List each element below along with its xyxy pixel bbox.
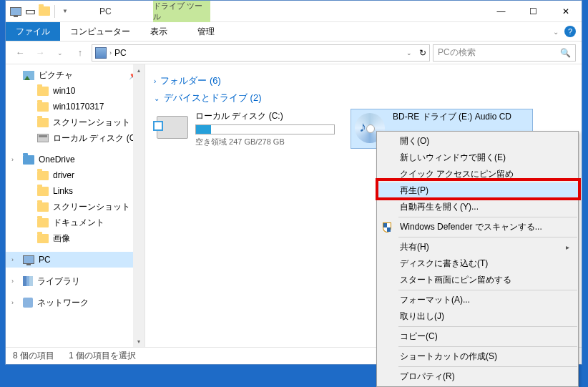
folder-icon [37,234,49,243]
address-text: PC [114,48,127,58]
submenu-arrow-icon: ▸ [566,243,569,251]
tab-manage[interactable]: 管理 [177,22,235,41]
ctx-pin-quick-access[interactable]: クイック アクセスにピン留め [377,166,578,182]
folder-icon [37,118,49,127]
folders-group-header[interactable]: ›フォルダー (6) [154,74,573,87]
nav-screenshot1[interactable]: スクリーンショット [6,114,144,130]
ctx-open-new-window[interactable]: 新しいウィンドウで開く(E) [377,150,578,166]
search-icon: 🔍 [560,48,571,58]
folder-icon [37,102,49,112]
nav-localdisk[interactable]: ローカル ディスク (C:) [6,130,144,146]
search-input[interactable]: PCの検索 🔍 [433,44,576,62]
chevron-down-icon: ⌄ [154,94,160,102]
tab-file[interactable]: ファイル [6,22,60,41]
up-button[interactable]: ↑ [72,44,89,62]
status-item-count: 8 個の項目 [13,350,54,362]
ctx-separator [398,217,577,217]
ctx-separator [398,366,577,367]
drive-icon [37,134,49,142]
tab-view[interactable]: 表示 [140,22,177,41]
folder-icon [37,87,49,96]
chevron-right-icon: › [154,77,156,85]
recent-dropdown[interactable]: ⌄ [52,44,69,62]
device-local-disk[interactable]: ローカル ディスク (C:) 空き領域 247 GB/278 GB [154,109,336,149]
folder-icon [37,187,49,196]
qat-properties-icon[interactable]: ▭ [24,6,36,17]
network-icon [23,298,33,308]
onedrive-icon [23,155,34,165]
ribbon-expand-icon[interactable]: ⌄ [553,28,559,36]
nav-links[interactable]: Links [6,183,144,199]
qat-dropdown-icon[interactable]: ▼ [59,6,71,17]
device-name: ローカル ディスク (C:) [195,110,335,122]
nav-scrollbar[interactable]: ▴ ▾ [133,64,144,347]
pictures-icon [23,71,34,80]
devices-group-header[interactable]: ⌄デバイスとドライブ (2) [154,92,573,104]
address-bar: ← → ⌄ ↑ › PC ⌄ ↻ PCの検索 🔍 [6,41,582,64]
ctx-eject[interactable]: 取り出し(J) [377,308,578,325]
nav-win10[interactable]: win10 [6,83,144,99]
titlebar: ▭ ▼ ドライブ ツール PC — ☐ ✕ [6,1,582,22]
nav-pictures[interactable]: ピクチャ📌 [6,67,144,83]
expand-icon[interactable]: › [11,156,14,163]
device-name: BD-RE ドライブ (E:) Audio CD [393,111,531,123]
nav-network[interactable]: ›ネットワーク [6,295,144,310]
ctx-separator [398,346,577,347]
ctx-separator [398,290,577,290]
ctx-format[interactable]: フォーマット(A)... [377,292,578,308]
ctx-separator [398,237,577,237]
maximize-button[interactable]: ☐ [517,1,549,21]
qat-newfolder-icon[interactable] [39,6,50,17]
folder-icon [37,171,49,180]
ctx-pin-to-start[interactable]: スタート画面にピン留めする [377,272,578,288]
back-button[interactable]: ← [11,44,29,62]
nav-onedrive[interactable]: ›OneDrive [6,152,144,167]
window-title: PC [99,6,112,16]
location-icon [95,47,107,59]
nav-screenshot2[interactable]: スクリーンショット [6,199,144,215]
refresh-icon[interactable]: ↻ [419,48,426,58]
expand-icon[interactable]: › [11,299,14,306]
ctx-separator [398,326,577,327]
forward-button[interactable]: → [31,44,49,62]
nav-libraries[interactable]: ›ライブラリ [6,273,144,289]
ctx-properties[interactable]: プロパティ(R) [377,368,578,385]
minimize-button[interactable]: — [485,1,517,21]
scroll-down-icon[interactable]: ▾ [133,335,144,347]
app-icon [10,6,21,17]
tab-computer[interactable]: コンピューター [60,22,140,41]
ctx-defender-scan[interactable]: Windows Defender でスキャンする... [377,219,578,235]
search-placeholder: PCの検索 [438,46,476,59]
folder-icon [37,202,49,212]
context-menu: 開く(O) 新しいウィンドウで開く(E) クイック アクセスにピン留め 再生(P… [376,131,579,387]
context-tab-drive-tools[interactable]: ドライブ ツール [153,1,210,22]
pc-icon [23,255,34,264]
hdd-icon [157,116,188,139]
navigation-pane: ピクチャ📌 win10 win10170317 スクリーンショット ローカル デ… [6,64,145,347]
status-selected-count: 1 個の項目を選択 [69,350,136,362]
scroll-up-icon[interactable]: ▴ [133,64,144,76]
nav-images[interactable]: 画像 [6,230,144,246]
address-dropdown-icon[interactable]: ⌄ [406,49,412,57]
close-button[interactable]: ✕ [549,1,582,21]
ctx-burn-to-disk[interactable]: ディスクに書き込む(T) [377,255,578,272]
ctx-share[interactable]: 共有(H)▸ [377,239,578,255]
nav-win10170317[interactable]: win10170317 [6,99,144,114]
ctx-play[interactable]: 再生(P) [377,182,578,199]
libraries-icon [23,276,33,286]
ctx-create-shortcut[interactable]: ショートカットの作成(S) [377,348,578,365]
nav-documents[interactable]: ドキュメント [6,215,144,230]
ctx-autoplay[interactable]: 自動再生を開く(Y)... [377,199,578,215]
address-input[interactable]: › PC ⌄ ↻ [92,44,430,62]
device-freespace: 空き領域 247 GB/278 GB [195,137,335,147]
ctx-open[interactable]: 開く(O) [377,133,578,150]
expand-icon[interactable]: › [11,256,14,263]
help-icon[interactable]: ? [564,26,576,37]
expand-icon[interactable]: › [11,278,14,285]
shield-icon [381,222,393,233]
ctx-copy[interactable]: コピー(C) [377,328,578,345]
nav-driver[interactable]: driver [6,167,144,183]
nav-pc[interactable]: ›PC [6,252,144,268]
folder-icon [37,218,49,227]
ribbon-tabs: ファイル コンピューター 表示 管理 ⌄ ? [6,22,582,41]
